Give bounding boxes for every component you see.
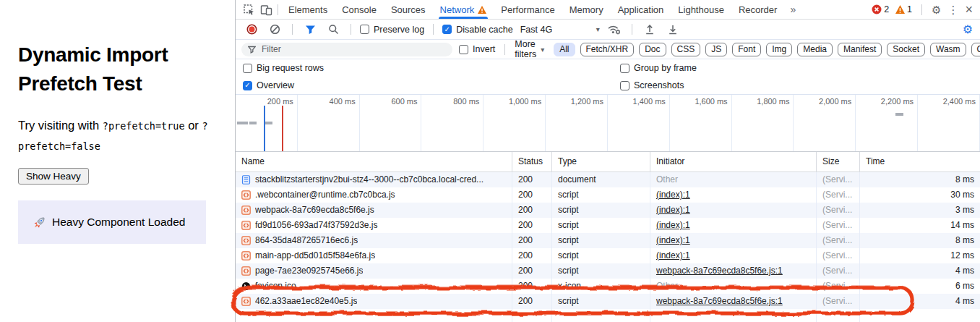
export-har-icon[interactable] [664, 22, 682, 38]
checkbox[interactable] [620, 81, 629, 90]
options-row: Overview Screenshots [236, 77, 980, 94]
column-header-initiator[interactable]: Initiator [650, 152, 817, 171]
filter-funnel-icon[interactable] [301, 22, 319, 38]
column-header-status[interactable]: Status [512, 152, 552, 171]
request-name: stackblitzstarterstjnv2bui-stz4--3000--c… [255, 172, 483, 187]
request-row[interactable]: main-app-dd5d01d5f584e6fa.js200script(in… [236, 248, 980, 263]
document-icon [241, 175, 251, 185]
favicon-icon [241, 281, 251, 291]
request-row[interactable]: 462.a33aae1ec82e40e5.js200scriptwebpack-… [236, 294, 980, 309]
column-header-time[interactable]: Time [860, 152, 980, 171]
request-status: 200 [512, 248, 552, 263]
tab-lighthouse[interactable]: Lighthouse [671, 0, 731, 19]
column-header-name[interactable]: Name [236, 152, 512, 171]
import-har-icon[interactable] [641, 22, 658, 38]
clear-icon[interactable] [266, 22, 283, 38]
warning-badge[interactable]: 1 [895, 4, 912, 14]
tab-sources[interactable]: Sources [384, 0, 433, 19]
record-icon[interactable] [243, 22, 260, 38]
request-row[interactable]: 864-35da487265716ec6.js200script(index):… [236, 233, 980, 248]
filter-input-pill[interactable] [241, 43, 452, 56]
preserve-log-checkbox[interactable]: Preserve log [360, 25, 424, 35]
column-header-size[interactable]: Size [817, 152, 860, 171]
filter-chip-css[interactable]: CSS [671, 43, 701, 56]
request-row[interactable]: page-7ae23e0925745e66.js200scriptwebpack… [236, 263, 980, 279]
overview-checkbox[interactable]: Overview [243, 80, 620, 90]
initiator-link[interactable]: (index):1 [656, 205, 690, 215]
inspect-element-icon[interactable] [240, 1, 257, 17]
options-row: Big request rows Group by frame [236, 59, 980, 77]
checkbox[interactable] [459, 45, 468, 54]
initiator-link[interactable]: webpack-8a7c69ecda8c5f6e.js:1 [656, 296, 783, 306]
show-heavy-button[interactable]: Show Heavy [18, 168, 89, 185]
overview-ruler-cell: 1,600 ms [670, 95, 732, 151]
initiator-link[interactable]: (index):1 [656, 190, 690, 200]
request-time: 4 ms [860, 263, 980, 279]
script-icon [241, 297, 251, 306]
initiator-link[interactable]: (index):1 [656, 220, 690, 230]
initiator-link[interactable]: webpack-8a7c69ecda8c5f6e.js:1 [656, 266, 783, 276]
filter-chip-socket[interactable]: Socket [887, 43, 925, 56]
filter-chip-img[interactable]: Img [766, 43, 792, 56]
network-settings-gear-icon[interactable]: ⚙ [963, 24, 973, 35]
checkbox[interactable] [243, 81, 252, 90]
filter-chip-js[interactable]: JS [705, 43, 727, 56]
filter-chip-media[interactable]: Media [797, 43, 833, 56]
request-row[interactable]: fd9d1056-693ad74f37592d3e.js200script(in… [236, 218, 980, 233]
filter-chip-fetchxhr[interactable]: Fetch/XHR [580, 43, 635, 56]
tab-console[interactable]: Console [335, 0, 384, 19]
divider [921, 4, 922, 15]
filter-chip-font[interactable]: Font [732, 43, 761, 56]
settings-gear-icon[interactable]: ⚙ [932, 4, 941, 15]
network-conditions-icon[interactable] [606, 22, 623, 38]
error-badge[interactable]: 2 [872, 4, 889, 14]
tab-performance[interactable]: Performance [494, 0, 562, 19]
request-row[interactable]: .webcontainer@runtime.cb7c0bca.js200scri… [236, 187, 980, 203]
device-toolbar-icon[interactable] [257, 1, 275, 17]
request-size: (Servi... [817, 294, 860, 309]
initiator-link[interactable]: (index):1 [656, 250, 690, 260]
request-row[interactable]: stackblitzstarterstjnv2bui-stz4--3000--c… [236, 172, 980, 187]
tab-memory[interactable]: Memory [562, 0, 611, 19]
filter-chip-other[interactable]: Other [971, 43, 980, 56]
request-row[interactable]: webpack-8a7c69ecda8c5f6e.js200script(ind… [236, 203, 980, 218]
filter-chip-all[interactable]: All [554, 43, 575, 56]
column-header-type[interactable]: Type [552, 152, 650, 171]
screenshots-checkbox[interactable]: Screenshots [620, 80, 980, 90]
group-by-frame-checkbox[interactable]: Group by frame [620, 63, 980, 73]
network-overview-timeline[interactable]: 200 ms400 ms600 ms800 ms1,000 ms1,200 ms… [236, 95, 980, 152]
tab-elements[interactable]: Elements [281, 0, 335, 19]
invert-checkbox[interactable]: Invert [459, 44, 495, 54]
filter-chip-doc[interactable]: Doc [639, 43, 666, 56]
checkbox[interactable] [243, 64, 252, 73]
request-status: 200 [512, 263, 552, 279]
checkbox[interactable] [442, 25, 452, 34]
request-row[interactable]: favicon.ico200x-iconOther(Servi...6 ms [236, 279, 980, 294]
tab-network[interactable]: Network [433, 0, 494, 19]
more-filters-button[interactable]: More filters ▾ [515, 39, 544, 59]
tab-recorder[interactable]: Recorder [731, 0, 784, 19]
request-size: (Servi... [817, 172, 860, 187]
disable-cache-checkbox[interactable]: Disable cache [442, 25, 513, 35]
checkbox[interactable] [620, 64, 629, 73]
page-paragraph: Try visiting with ?prefetch=true or ?pre… [18, 116, 231, 156]
page-title: Dynamic Import Prefetch Test [18, 41, 231, 98]
filter-chip-manifest[interactable]: Manifest [838, 43, 882, 56]
filter-chip-wasm[interactable]: Wasm [930, 43, 966, 56]
throttling-select[interactable]: Fast 4G ▾ [520, 25, 600, 35]
tab-application[interactable]: Application [611, 0, 671, 19]
overview-ruler-cell: 2,000 ms [794, 95, 856, 151]
close-devtools-icon[interactable]: × [965, 3, 973, 16]
kebab-menu-icon[interactable]: ⋮ [947, 4, 958, 15]
empty-cell [512, 309, 552, 322]
request-type: x-icon [552, 279, 650, 294]
big-request-rows-checkbox[interactable]: Big request rows [243, 63, 620, 73]
more-tabs-button[interactable]: » [784, 0, 801, 19]
ruler-label: 400 ms [330, 97, 356, 106]
script-icon [241, 236, 251, 245]
search-icon[interactable] [324, 22, 342, 38]
checkbox[interactable] [360, 25, 369, 34]
filter-input[interactable] [260, 43, 448, 55]
initiator-link[interactable]: (index):1 [656, 235, 690, 245]
ruler-label: 600 ms [391, 97, 417, 106]
